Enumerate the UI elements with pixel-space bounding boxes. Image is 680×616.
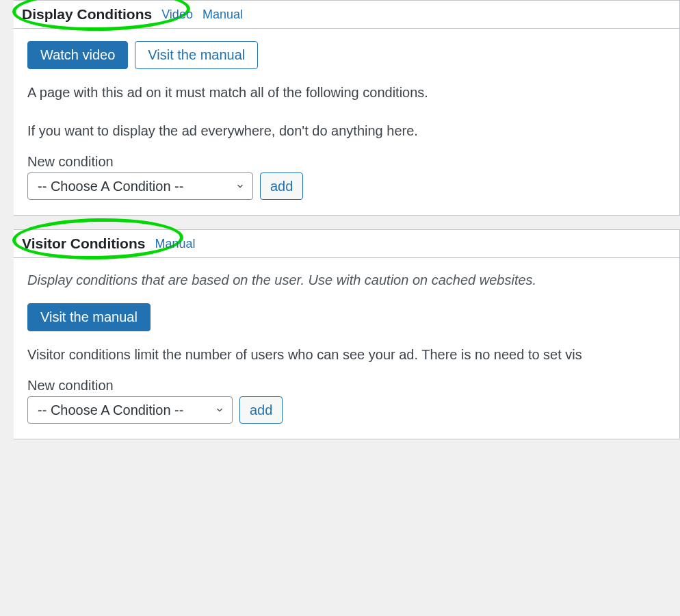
condition-input-row: -- Choose A Condition -- add xyxy=(27,396,666,424)
button-row: Visit the manual xyxy=(27,303,666,331)
visit-manual-button[interactable]: Visit the manual xyxy=(27,303,151,331)
description-text: A page with this ad on it must match all… xyxy=(27,83,666,102)
manual-link[interactable]: Manual xyxy=(155,237,195,251)
panel-body: Display conditions that are based on the… xyxy=(14,258,679,439)
condition-select[interactable]: -- Choose A Condition -- xyxy=(27,396,233,424)
condition-select[interactable]: -- Choose A Condition -- xyxy=(27,172,253,200)
panel-header: Display Conditions Video Manual xyxy=(14,1,679,29)
video-link[interactable]: Video xyxy=(161,8,193,22)
visitor-conditions-panel: Visitor Conditions Manual Display condit… xyxy=(14,229,680,439)
manual-link[interactable]: Manual xyxy=(202,8,243,22)
panel-body: Watch video Visit the manual A page with… xyxy=(14,29,679,215)
button-row: Watch video Visit the manual xyxy=(27,41,666,69)
new-condition-label: New condition xyxy=(27,378,666,394)
add-condition-button[interactable]: add xyxy=(239,396,283,424)
display-conditions-title: Display Conditions xyxy=(22,6,152,23)
panel-header: Visitor Conditions Manual xyxy=(14,230,679,258)
visitor-conditions-title: Visitor Conditions xyxy=(22,235,145,252)
hint-text: If you want to display the ad everywhere… xyxy=(27,121,666,140)
new-condition-label: New condition xyxy=(27,154,666,170)
description-text: Visitor conditions limit the number of u… xyxy=(27,345,666,364)
condition-select-wrap: -- Choose A Condition -- xyxy=(27,396,233,424)
display-conditions-panel: Display Conditions Video Manual Watch vi… xyxy=(14,0,680,216)
intro-text: Display conditions that are based on the… xyxy=(27,270,666,290)
condition-select-wrap: -- Choose A Condition -- xyxy=(27,172,253,200)
add-condition-button[interactable]: add xyxy=(260,172,303,200)
watch-video-button[interactable]: Watch video xyxy=(27,41,128,69)
condition-input-row: -- Choose A Condition -- add xyxy=(27,172,666,200)
visit-manual-button[interactable]: Visit the manual xyxy=(135,41,258,69)
